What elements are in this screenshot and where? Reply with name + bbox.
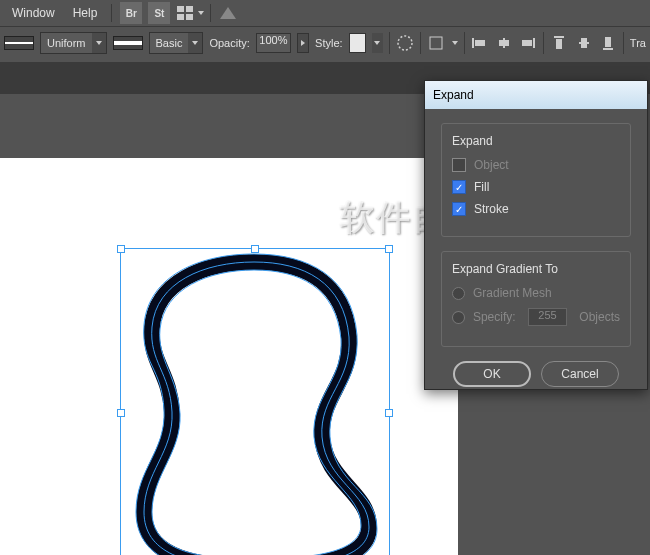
stroke-checkbox[interactable]: ✓ [452,202,466,216]
object-checkbox-row[interactable]: Object [452,158,620,172]
align-right-icon[interactable] [519,32,537,54]
svg-rect-9 [499,40,509,46]
toolbar-trailing: Tra [630,37,646,49]
toolbar-separator [543,32,544,54]
selection-handle-tl[interactable] [117,245,125,253]
stroke-preview[interactable] [4,36,34,50]
svg-rect-6 [472,38,474,48]
gradient-legend: Expand Gradient To [452,262,620,276]
style-dropdown-arrow[interactable] [372,33,384,53]
menu-separator [111,4,112,22]
specify-radio [452,311,465,324]
toolbar-separator [623,32,624,54]
svg-rect-2 [177,14,184,20]
svg-rect-3 [186,14,193,20]
object-checkbox[interactable] [452,158,466,172]
check-icon: ✓ [455,204,463,215]
svg-rect-12 [554,36,564,38]
brush-preview[interactable] [113,36,143,50]
align-top-icon[interactable] [550,32,568,54]
arrange-docs-icon[interactable] [174,2,196,24]
transform-icon[interactable] [427,32,445,54]
svg-point-4 [398,36,412,50]
recolor-icon[interactable] [396,32,414,54]
fill-checkbox-row[interactable]: ✓ Fill [452,180,620,194]
specify-row: Specify: 255 Objects [452,308,620,326]
objects-label: Objects [579,310,620,324]
svg-rect-17 [605,37,611,47]
artboard[interactable] [0,158,458,555]
expand-legend: Expand [452,134,620,148]
svg-rect-13 [556,39,562,49]
specify-label: Specify: [473,310,516,324]
chevron-down-icon [188,33,202,53]
gradient-mesh-radio [452,287,465,300]
stroke-checkbox-row[interactable]: ✓ Stroke [452,202,620,216]
toolbar-separator [420,32,421,54]
gradient-group: Expand Gradient To Gradient Mesh Specify… [441,251,631,347]
chevron-down-icon[interactable] [452,41,458,45]
check-icon: ✓ [455,182,463,193]
selection-handle-tm[interactable] [251,245,259,253]
gradient-mesh-label: Gradient Mesh [473,286,552,300]
opacity-input[interactable]: 100% [256,33,291,53]
svg-rect-1 [186,6,193,12]
svg-rect-5 [430,37,442,49]
stock-button[interactable]: St [148,2,170,24]
selection-handle-tr[interactable] [385,245,393,253]
menubar: Window Help Br St [0,0,650,26]
dialog-buttons: OK Cancel [441,361,631,387]
align-left-icon[interactable] [470,32,488,54]
brush-label: Basic [150,37,189,49]
style-label: Style: [315,37,343,49]
menu-help[interactable]: Help [65,2,106,24]
expand-dialog: Expand Expand Object ✓ Fill ✓ Stroke Exp… [424,80,648,390]
expand-group: Expand Object ✓ Fill ✓ Stroke [441,123,631,237]
svg-rect-7 [475,40,485,46]
style-swatch[interactable] [349,33,366,53]
selection-handle-ml[interactable] [117,409,125,417]
align-center-v-icon[interactable] [574,32,592,54]
toolbar-separator [389,32,390,54]
svg-rect-16 [603,48,613,50]
cancel-button[interactable]: Cancel [541,361,619,387]
specify-input: 255 [528,308,568,326]
selection-handle-mr[interactable] [385,409,393,417]
dialog-body: Expand Object ✓ Fill ✓ Stroke Expand Gra… [425,109,647,401]
control-toolbar: Uniform Basic Opacity: 100% Style: Tra [0,26,650,58]
chevron-down-icon[interactable] [198,11,204,15]
ok-button[interactable]: OK [453,361,531,387]
stroke-profile-dropdown[interactable]: Uniform [40,32,107,54]
bridge-button[interactable]: Br [120,2,142,24]
svg-rect-0 [177,6,184,12]
brush-dropdown[interactable]: Basic [149,32,204,54]
stroke-profile-label: Uniform [41,37,92,49]
dialog-title: Expand [433,88,474,102]
fill-label: Fill [474,180,489,194]
object-label: Object [474,158,509,172]
dialog-titlebar[interactable]: Expand [425,81,647,109]
svg-rect-11 [522,40,532,46]
align-bottom-icon[interactable] [599,32,617,54]
menu-window[interactable]: Window [4,2,63,24]
selection-bounds [120,248,390,555]
svg-rect-10 [533,38,535,48]
opacity-stepper[interactable] [297,33,309,53]
gpu-icon[interactable] [217,2,239,24]
menu-separator [210,4,211,22]
opacity-label: Opacity: [209,37,249,49]
align-center-h-icon[interactable] [495,32,513,54]
toolbar-separator [464,32,465,54]
chevron-down-icon [92,33,106,53]
gradient-mesh-row: Gradient Mesh [452,286,620,300]
stroke-label: Stroke [474,202,509,216]
fill-checkbox[interactable]: ✓ [452,180,466,194]
svg-rect-15 [581,38,587,48]
